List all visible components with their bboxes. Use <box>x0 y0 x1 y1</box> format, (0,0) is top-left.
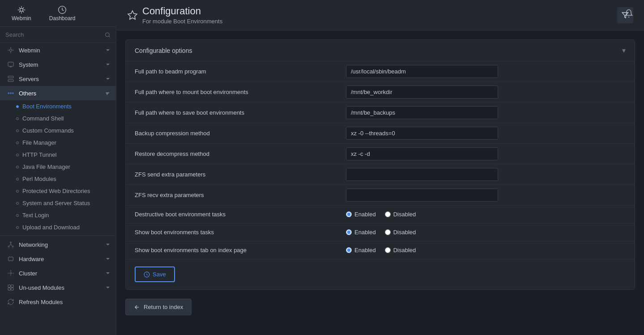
sidebar-item-networking[interactable]: Networking <box>0 237 116 252</box>
destructive-disabled-radio[interactable] <box>385 211 391 217</box>
config-row-zfs-send: ZFS send extra parameters <box>126 164 635 185</box>
svg-point-9 <box>12 93 13 94</box>
save-path-input[interactable] <box>346 106 498 119</box>
save-button[interactable]: Save <box>135 266 175 282</box>
sub-bullet-upload <box>16 226 19 229</box>
zfs-send-input[interactable] <box>346 168 498 181</box>
zfs-recv-input[interactable] <box>346 189 498 202</box>
svg-point-14 <box>10 272 12 274</box>
sub-bullet-custom <box>16 129 19 132</box>
mount-input[interactable] <box>346 86 498 99</box>
return-to-index-button[interactable]: Return to index <box>125 299 192 315</box>
sub-bullet-protected <box>16 190 19 193</box>
sub-label-http-tunnel: HTTP Tunnel <box>22 151 56 158</box>
show-tab-enabled-option[interactable]: Enabled <box>346 247 376 253</box>
system-icon <box>7 61 14 68</box>
show-tab-disabled-option[interactable]: Disabled <box>385 247 416 253</box>
sidebar-subitem-command-shell[interactable]: Command Shell <box>0 112 116 125</box>
show-tasks-radio-group: Enabled Disabled <box>346 229 629 236</box>
sub-bullet-text <box>16 214 19 217</box>
sidebar-item-refresh-modules[interactable]: Refresh Modules <box>0 295 116 309</box>
show-tab-disabled-radio[interactable] <box>385 247 391 253</box>
sidebar-item-networking-label: Networking <box>19 241 48 248</box>
sub-label-upload-download: Upload and Download <box>22 224 80 231</box>
sidebar-item-others[interactable]: Others ▾ <box>0 86 116 100</box>
sidebar-item-servers[interactable]: Servers <box>0 72 116 86</box>
nav-webmin[interactable]: Webmin <box>7 4 36 23</box>
notification-button[interactable] <box>621 5 637 21</box>
divider-1 <box>0 235 116 236</box>
sub-bullet-http <box>16 154 19 156</box>
svg-rect-4 <box>8 62 13 66</box>
others-chevron-icon: ▾ <box>106 90 109 97</box>
sidebar-subitem-file-manager[interactable]: File Manager <box>0 137 116 149</box>
search-icon <box>105 32 111 38</box>
svg-point-12 <box>12 246 13 247</box>
destructive-radio-group: Enabled Disabled <box>346 211 629 218</box>
show-tab-value: Enabled Disabled <box>341 243 635 257</box>
config-row-mount: Full path where to mount boot environmen… <box>126 82 635 103</box>
refresh-icon <box>7 298 14 305</box>
zfs-recv-label: ZFS recv extra parameters <box>126 186 341 204</box>
show-tasks-disabled-radio[interactable] <box>385 229 391 235</box>
show-tasks-disabled-option[interactable]: Disabled <box>385 229 416 236</box>
bell-icon <box>624 9 633 18</box>
backup-compression-value <box>341 123 635 143</box>
destructive-enabled-option[interactable]: Enabled <box>346 211 376 218</box>
sidebar-subitem-text-login[interactable]: Text Login <box>0 209 116 221</box>
sidebar-item-unused-modules[interactable]: Un-used Modules <box>0 280 116 295</box>
svg-point-3 <box>9 49 12 51</box>
configurable-options-label: Configurable options <box>135 47 192 54</box>
search-input[interactable] <box>5 31 101 38</box>
zfs-send-value <box>341 164 635 185</box>
sidebar-item-others-label: Others <box>19 90 36 97</box>
sidebar-subitem-http-tunnel[interactable]: HTTP Tunnel <box>0 149 116 161</box>
sidebar-subitem-perl-modules[interactable]: Perl Modules <box>0 173 116 185</box>
destructive-label: Destructive boot environment tasks <box>126 206 341 223</box>
sidebar-item-webmin[interactable]: Webmin <box>0 43 116 57</box>
svg-point-8 <box>8 93 9 94</box>
zfs-send-label: ZFS send extra parameters <box>126 166 341 183</box>
sidebar-subitem-system-server-status[interactable]: System and Server Status <box>0 197 116 209</box>
svg-rect-15 <box>8 285 10 287</box>
show-tasks-enabled-option[interactable]: Enabled <box>346 229 376 236</box>
mount-label: Full path where to mount boot environmen… <box>126 83 341 101</box>
sidebar-item-system[interactable]: System <box>0 57 116 72</box>
sidebar-subitem-java-file-manager[interactable]: Java File Manager <box>0 161 116 173</box>
sidebar-subitem-upload-download[interactable]: Upload and Download <box>0 221 116 233</box>
sub-label-text-login: Text Login <box>22 212 49 219</box>
destructive-disabled-option[interactable]: Disabled <box>385 211 416 218</box>
sub-label-perl-modules: Perl Modules <box>22 176 56 182</box>
return-label: Return to index <box>144 304 183 310</box>
sub-label-command-shell: Command Shell <box>22 115 64 122</box>
beadm-input[interactable] <box>346 65 498 78</box>
backup-compression-input[interactable] <box>346 127 498 140</box>
sidebar-subitem-boot-environments[interactable]: Boot Environments <box>0 100 116 112</box>
sidebar-item-cluster[interactable]: Cluster <box>0 266 116 280</box>
config-row-show-tab: Show boot environments tab on index page… <box>126 241 635 259</box>
config-chevron-icon[interactable]: ▾ <box>622 46 626 55</box>
sub-label-file-manager: File Manager <box>22 139 56 146</box>
show-tasks-enabled-label: Enabled <box>354 229 376 236</box>
others-icon <box>7 90 14 97</box>
sub-label-custom-commands: Custom Commands <box>22 127 74 134</box>
config-row-beadm: Full path to beadm program <box>126 61 635 82</box>
svg-point-11 <box>8 246 9 247</box>
mount-value <box>341 82 635 102</box>
save-icon <box>144 271 150 278</box>
svg-point-2 <box>106 33 110 37</box>
show-tab-radio-group: Enabled Disabled <box>346 247 629 253</box>
restore-decompress-input[interactable] <box>346 147 498 160</box>
show-tab-enabled-radio[interactable] <box>346 247 352 253</box>
sidebar-subitem-custom-commands[interactable]: Custom Commands <box>0 125 116 137</box>
webmin-icon <box>17 5 26 14</box>
show-tasks-enabled-radio[interactable] <box>346 229 352 235</box>
config-row-zfs-recv: ZFS recv extra parameters <box>126 185 635 206</box>
sidebar-subitem-protected-web[interactable]: Protected Web Directories <box>0 185 116 197</box>
destructive-enabled-radio[interactable] <box>346 211 352 217</box>
svg-rect-18 <box>11 288 13 290</box>
sidebar-item-hardware[interactable]: Hardware <box>0 252 116 266</box>
sub-label-java-file-manager: Java File Manager <box>22 163 70 170</box>
destructive-enabled-label: Enabled <box>354 211 376 218</box>
nav-dashboard[interactable]: Dashboard <box>45 4 80 23</box>
